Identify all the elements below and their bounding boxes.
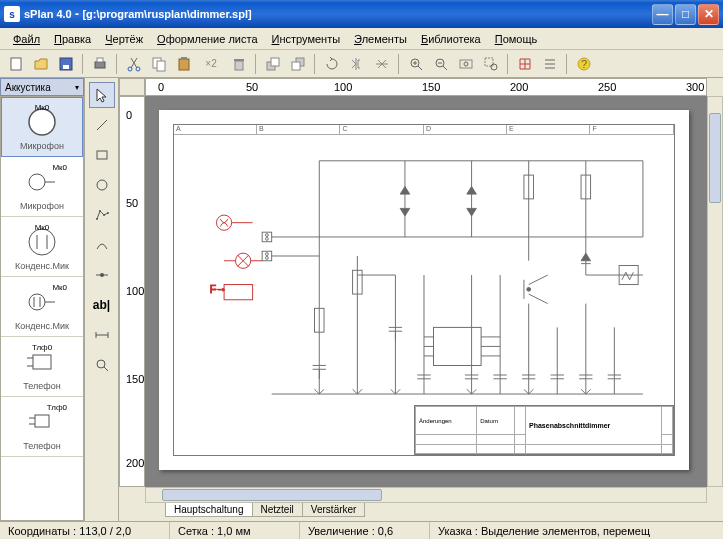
line-tool-icon[interactable]: [89, 112, 115, 138]
sheet-tab[interactable]: Netzteil: [252, 503, 303, 517]
vertical-ruler: 0 50 100 150 200: [119, 96, 145, 487]
print-icon[interactable]: [88, 53, 111, 75]
drawing-canvas[interactable]: A B C D E F: [145, 96, 707, 487]
palette-item[interactable]: Мк0 Конденс.Мик: [1, 217, 83, 277]
flip-h-icon[interactable]: [345, 53, 368, 75]
svg-line-41: [97, 120, 107, 130]
svg-rect-38: [35, 415, 49, 427]
tool-tray: ab|: [85, 78, 119, 521]
zoom-out-icon[interactable]: [429, 53, 452, 75]
svg-point-22: [491, 64, 497, 70]
to-front-icon[interactable]: [261, 53, 284, 75]
flip-v-icon[interactable]: [370, 53, 393, 75]
minimize-button[interactable]: —: [652, 4, 673, 25]
status-coords: Координаты : 113,0 / 2,0: [0, 522, 170, 539]
toolbar: ×2 ?: [0, 50, 723, 78]
save-icon[interactable]: [54, 53, 77, 75]
open-icon[interactable]: [29, 53, 52, 75]
dimension-tool-icon[interactable]: [89, 322, 115, 348]
circle-tool-icon[interactable]: [89, 172, 115, 198]
zoom-fit-icon[interactable]: [454, 53, 477, 75]
sheet-tab[interactable]: Hauptschaltung: [165, 503, 253, 517]
menu-help[interactable]: Помощь: [488, 31, 545, 47]
svg-point-43: [97, 180, 107, 190]
zoom-select-icon[interactable]: [479, 53, 502, 75]
svg-rect-84: [434, 327, 482, 365]
status-hint: Указка : Выделение элементов, перемещ: [430, 522, 723, 539]
title-block: ÄnderungenDatumPhasenabschnittdimmer: [414, 405, 674, 455]
palette-item[interactable]: Мк0 Конденс.Мик: [1, 277, 83, 337]
svg-rect-9: [179, 59, 189, 70]
zoom-in-icon[interactable]: [404, 53, 427, 75]
svg-rect-10: [181, 57, 187, 60]
page: A B C D E F: [159, 110, 689, 470]
menu-elements[interactable]: Элементы: [347, 31, 414, 47]
svg-point-64: [265, 234, 268, 237]
to-back-icon[interactable]: [286, 53, 309, 75]
svg-point-5: [128, 67, 132, 71]
vertical-scrollbar[interactable]: [707, 96, 723, 487]
snap-icon[interactable]: [513, 53, 536, 75]
svg-point-51: [97, 360, 105, 368]
svg-text:F→: F→: [210, 284, 227, 295]
menu-file[interactable]: Файл: [6, 31, 47, 47]
duplicate-x2-icon[interactable]: ×2: [197, 53, 225, 75]
menubar: Файл Правка Чертёж Оформление листа Инст…: [0, 28, 723, 50]
svg-rect-19: [460, 60, 472, 68]
list-icon[interactable]: [538, 53, 561, 75]
pointer-tool-icon[interactable]: [89, 82, 115, 108]
svg-rect-42: [97, 151, 107, 159]
svg-point-49: [100, 273, 104, 277]
svg-rect-3: [95, 62, 105, 68]
horizontal-scrollbar[interactable]: [145, 487, 707, 503]
paste-icon[interactable]: [172, 53, 195, 75]
polygon-tool-icon[interactable]: [89, 202, 115, 228]
sheet-tabs: Hauptschaltung Netzteil Verstärker: [145, 503, 707, 521]
delete-icon[interactable]: [227, 53, 250, 75]
palette-item[interactable]: Мк0 Микрофон: [1, 97, 83, 157]
svg-rect-2: [63, 65, 69, 69]
zoom-tool-icon[interactable]: [89, 352, 115, 378]
svg-point-67: [265, 253, 268, 256]
svg-point-31: [29, 294, 45, 310]
svg-line-94: [529, 275, 548, 285]
rotate-icon[interactable]: [320, 53, 343, 75]
svg-point-46: [103, 214, 105, 216]
svg-point-47: [107, 212, 109, 214]
menu-tools[interactable]: Инструменты: [265, 31, 348, 47]
palette-item[interactable]: Тлф0 Телефон: [1, 397, 83, 457]
rect-tool-icon[interactable]: [89, 142, 115, 168]
palette-item[interactable]: Мк0 Микрофон: [1, 157, 83, 217]
statusbar: Координаты : 113,0 / 2,0 Сетка : 1,0 мм …: [0, 521, 723, 539]
bezier-tool-icon[interactable]: [89, 232, 115, 258]
svg-line-52: [104, 367, 108, 371]
copy-icon[interactable]: [147, 53, 170, 75]
ruler-corner: [119, 78, 145, 96]
menu-library[interactable]: Библиотека: [414, 31, 488, 47]
close-button[interactable]: ✕: [698, 4, 719, 25]
palette-item[interactable]: Тлф0 Телефон: [1, 337, 83, 397]
horizontal-ruler: 0 50 100 150 200 250 300: [145, 78, 707, 96]
menu-edit[interactable]: Правка: [47, 31, 98, 47]
maximize-button[interactable]: □: [675, 4, 696, 25]
svg-point-92: [527, 287, 531, 291]
svg-point-28: [29, 229, 55, 255]
menu-drawing[interactable]: Чертёж: [98, 31, 150, 47]
svg-point-44: [96, 218, 98, 220]
menu-page[interactable]: Оформление листа: [150, 31, 264, 47]
palette-category[interactable]: Аккустика: [0, 78, 84, 96]
text-tool-icon[interactable]: ab|: [89, 292, 115, 318]
svg-point-45: [99, 210, 101, 212]
sheet-tab[interactable]: Verstärker: [302, 503, 366, 517]
svg-rect-16: [292, 62, 300, 70]
svg-rect-60: [224, 285, 253, 300]
svg-rect-14: [271, 58, 279, 66]
node-tool-icon[interactable]: [89, 262, 115, 288]
cut-icon[interactable]: [122, 53, 145, 75]
component-palette: Аккустика Мк0 Микрофон Мк0 Микрофон Мк0 …: [0, 78, 85, 521]
svg-point-26: [29, 174, 45, 190]
new-icon[interactable]: [4, 53, 27, 75]
canvas-area: 0 50 100 150 200 250 300 0 50 100 150 20…: [119, 78, 723, 521]
svg-rect-35: [33, 355, 51, 369]
help-icon[interactable]: ?: [572, 53, 595, 75]
